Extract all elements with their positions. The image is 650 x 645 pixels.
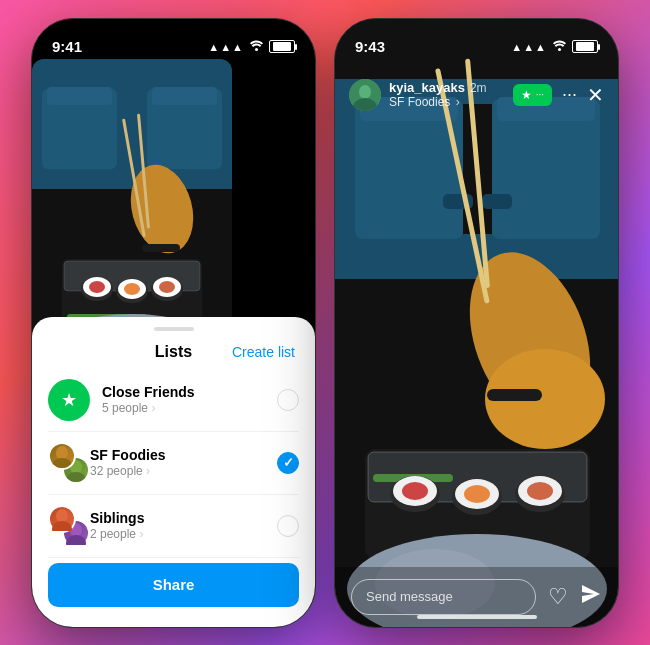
svg-point-54 xyxy=(402,482,428,500)
left-photo-area xyxy=(32,19,315,363)
right-phone: 9:43 ▲▲▲ xyxy=(334,18,619,628)
svg-point-31 xyxy=(66,535,86,545)
svg-point-60 xyxy=(527,482,553,500)
right-home-indicator xyxy=(417,615,537,619)
right-wifi-icon xyxy=(552,39,567,54)
header-actions: ★ ··· ··· ✕ xyxy=(513,83,604,107)
share-button[interactable]: Share xyxy=(48,563,299,607)
sf-foodies-name: SF Foodies xyxy=(90,447,277,463)
svg-point-15 xyxy=(89,281,105,293)
close-friends-info: Close Friends 5 people › xyxy=(102,384,277,415)
close-friends-count: 5 people › xyxy=(102,401,277,415)
badge-dots: ··· xyxy=(536,89,544,100)
siblings-info: Siblings 2 people › xyxy=(90,510,277,541)
close-friends-avatar: ★ xyxy=(48,379,90,421)
svg-point-29 xyxy=(52,521,72,531)
location-arrow: › xyxy=(456,95,460,109)
right-status-icons: ▲▲▲ xyxy=(511,39,598,54)
location: SF Foodies › xyxy=(389,95,513,109)
svg-rect-46 xyxy=(487,389,542,401)
user-info: kyia_kayaks 2m SF Foodies › xyxy=(389,80,513,109)
svg-point-34 xyxy=(558,48,561,51)
right-photo-area: kyia_kayaks 2m SF Foodies › ★ ··· ··· ✕ xyxy=(335,19,618,627)
lists-panel: Lists Create list ★ Close Friends 5 peop… xyxy=(32,317,315,627)
list-item-close-friends[interactable]: ★ Close Friends 5 people › xyxy=(48,369,299,432)
heart-icon[interactable]: ♡ xyxy=(548,584,568,610)
svg-point-25 xyxy=(52,458,72,468)
panel-header: Lists Create list xyxy=(32,331,315,369)
close-friends-name: Close Friends xyxy=(102,384,277,400)
send-icon[interactable] xyxy=(580,583,602,610)
username-row: kyia_kayaks 2m xyxy=(389,80,513,95)
svg-point-18 xyxy=(124,283,140,295)
close-friends-badge[interactable]: ★ ··· xyxy=(513,84,552,106)
svg-rect-5 xyxy=(47,87,112,105)
badge-star-icon: ★ xyxy=(521,88,532,102)
sf-foodies-count: 32 people › xyxy=(90,464,277,478)
list-item-sf-foodies[interactable]: SF Foodies 32 people › xyxy=(48,432,299,495)
svg-point-28 xyxy=(56,509,68,523)
star-icon: ★ xyxy=(61,389,77,411)
message-input[interactable]: Send message xyxy=(351,579,536,615)
phones-container: 9:41 ▲▲▲ xyxy=(31,18,619,628)
siblings-checkbox[interactable] xyxy=(277,515,299,537)
svg-rect-6 xyxy=(152,87,217,105)
svg-point-27 xyxy=(66,472,86,482)
sf-foodies-checkbox[interactable] xyxy=(277,452,299,474)
close-friends-checkbox[interactable] xyxy=(277,389,299,411)
time-ago: 2m xyxy=(470,81,487,95)
right-header: kyia_kayaks 2m SF Foodies › ★ ··· ··· ✕ xyxy=(335,71,618,119)
siblings-count: 2 people › xyxy=(90,527,277,541)
svg-point-64 xyxy=(359,85,371,99)
message-placeholder: Send message xyxy=(366,589,453,604)
right-signal-icon: ▲▲▲ xyxy=(511,41,547,53)
right-status-bar: 9:43 ▲▲▲ xyxy=(335,19,618,63)
panel-title: Lists xyxy=(155,343,192,361)
list-item-siblings[interactable]: Siblings 2 people › xyxy=(48,495,299,558)
siblings-avatar-1 xyxy=(48,505,76,533)
left-time: 9:41 xyxy=(52,38,82,55)
siblings-name: Siblings xyxy=(90,510,277,526)
svg-point-57 xyxy=(464,485,490,503)
sf-foodies-avatar-1 xyxy=(48,442,76,470)
sushi-scene-svg xyxy=(32,59,232,359)
svg-point-0 xyxy=(255,48,258,51)
svg-point-24 xyxy=(56,446,68,460)
user-avatar xyxy=(349,79,381,111)
left-home-indicator xyxy=(114,615,234,619)
more-options-icon[interactable]: ··· xyxy=(562,84,577,105)
right-time: 9:43 xyxy=(355,38,385,55)
close-icon[interactable]: ✕ xyxy=(587,83,604,107)
left-status-icons: ▲▲▲ xyxy=(208,39,295,54)
sf-foodies-avatar xyxy=(48,442,90,484)
siblings-avatar xyxy=(48,505,90,547)
wifi-icon xyxy=(249,39,264,54)
create-list-button[interactable]: Create list xyxy=(232,344,295,360)
location-text: SF Foodies xyxy=(389,95,450,109)
left-phone: 9:41 ▲▲▲ xyxy=(31,18,316,628)
username: kyia_kayaks xyxy=(389,80,465,95)
svg-rect-43 xyxy=(482,194,512,209)
svg-rect-10 xyxy=(142,244,180,252)
share-button-container: Share xyxy=(48,563,299,607)
signal-icon: ▲▲▲ xyxy=(208,41,244,53)
sf-foodies-info: SF Foodies 32 people › xyxy=(90,447,277,478)
svg-point-21 xyxy=(159,281,175,293)
left-status-bar: 9:41 ▲▲▲ xyxy=(32,19,315,63)
battery-icon xyxy=(269,40,295,53)
right-battery-icon xyxy=(572,40,598,53)
